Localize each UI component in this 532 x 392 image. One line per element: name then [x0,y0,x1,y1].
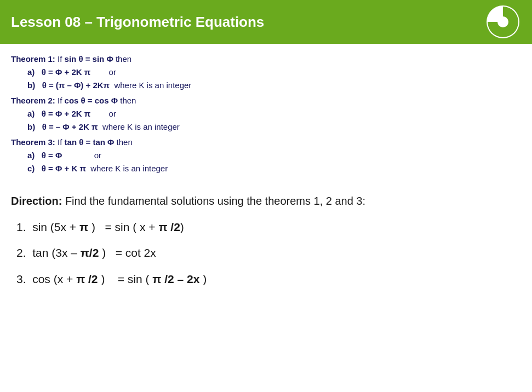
svg-point-1 [497,16,508,27]
direction-text: Direction: Find the fundamental solution… [11,193,521,209]
theorem-2-header: Theorem 2: If cos θ = cos Φ then [11,94,521,107]
logo-icon [485,4,521,40]
problem-3: 3. cos (x + π /2 ) = sin ( π /2 – 2x ) [11,271,521,287]
theorem-1-label: Theorem 1: [11,54,55,64]
theorem-3-a: a) θ = Φ or [11,149,521,162]
problem-2: 2. tan (3x – π/2 ) = cot 2x [11,245,521,261]
theorem-2-a: a) θ = Φ + 2K π or [11,107,521,120]
theorem-3-condition: If tan θ = tan Φ then [58,137,133,147]
page: Lesson 08 – Trigonometric Equations Theo… [0,0,532,392]
theorem-3-header: Theorem 3: If tan θ = tan Φ then [11,136,521,149]
header: Lesson 08 – Trigonometric Equations [0,0,532,44]
theorem-1-b: b) θ = (π – Φ) + 2Kπ where K is an integ… [11,79,521,92]
theorem-1-header: Theorem 1: If sin θ = sin Φ then [11,53,521,66]
theorem-3-c: c) θ = Φ + K π where K is an integer [11,162,521,175]
direction-label: Direction: [11,195,62,207]
theorem-3-label: Theorem 3: [11,137,55,147]
direction-body: Find the fundamental solutions using the… [65,195,365,207]
theorem-3: Theorem 3: If tan θ = tan Φ then a) θ = … [11,136,521,175]
header-title: Lesson 08 – Trigonometric Equations [11,14,264,31]
divider [11,177,521,187]
theorem-2: Theorem 2: If cos θ = cos Φ then a) θ = … [11,94,521,134]
theorem-1-a: a) θ = Φ + 2K π or [11,66,521,79]
theorem-2-b: b) θ = – Φ + 2K π where K is an integer [11,120,521,134]
theorem-1-condition: If sin θ = sin Φ then [58,54,131,64]
problem-1: 1. sin (5x + π ) = sin ( x + π /2) [11,219,521,235]
theorem-2-condition: If cos θ = cos Φ then [58,96,136,105]
theorem-1: Theorem 1: If sin θ = sin Φ then a) θ = … [11,53,521,92]
direction-section: Direction: Find the fundamental solution… [11,193,521,287]
theorem-2-label: Theorem 2: [11,96,55,105]
content: Theorem 1: If sin θ = sin Φ then a) θ = … [0,44,532,392]
